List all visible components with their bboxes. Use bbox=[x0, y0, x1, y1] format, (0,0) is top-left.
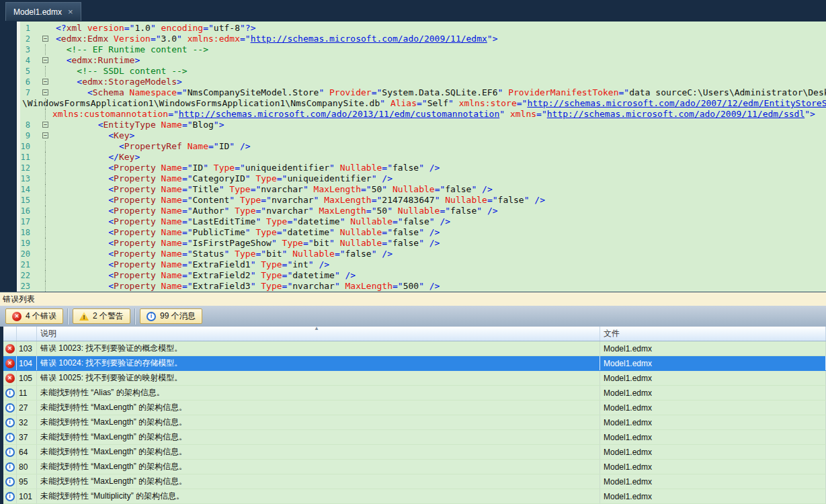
error-line-cell: 37 bbox=[17, 430, 37, 444]
collapse-minus-icon[interactable]: − bbox=[42, 132, 48, 138]
code-line[interactable]: 10 <PropertyRef Name="ID" /> bbox=[20, 141, 826, 152]
fold-toggle-icon[interactable]: − bbox=[42, 34, 50, 44]
code-text: <Key> bbox=[56, 130, 826, 141]
tab-close-icon[interactable]: × bbox=[68, 8, 73, 16]
line-number: 21 bbox=[20, 259, 30, 270]
fold-guide-line bbox=[42, 249, 50, 259]
collapse-minus-icon[interactable]: − bbox=[42, 79, 48, 85]
error-row[interactable]: i32未能找到特性 “MaxLength” 的架构信息。Model1.edmx bbox=[3, 415, 826, 430]
tab-model1-edmx[interactable]: Model1.edmx × bbox=[5, 2, 81, 21]
error-description-cell: 未能找到特性 “MaxLength” 的架构信息。 bbox=[37, 445, 600, 459]
code-line[interactable]: 19 <Property Name="IsFirstPageShow" Type… bbox=[20, 238, 826, 249]
error-file-cell: Model1.edmx bbox=[600, 445, 826, 459]
line-number: 5 bbox=[20, 66, 30, 77]
error-file-cell: Model1.edmx bbox=[600, 430, 826, 444]
fold-guide-line bbox=[42, 44, 50, 55]
error-icon: ✕ bbox=[5, 344, 15, 353]
code-line[interactable]: 11 </Key> bbox=[20, 152, 826, 163]
fold-toggle-icon[interactable]: − bbox=[42, 87, 50, 98]
code-text: <edmx:Edmx Version="3.0" xmlns:edmx="htt… bbox=[56, 34, 826, 44]
error-description-cell: 未能找到特性 “MaxLength” 的架构信息。 bbox=[37, 430, 600, 444]
fold-toggle-icon[interactable]: − bbox=[42, 77, 50, 87]
error-file-cell: Model1.edmx bbox=[600, 474, 826, 489]
code-text: <Property Name="Title" Type="nvarchar" M… bbox=[56, 184, 826, 195]
code-line[interactable]: 21 <Property Name="ExtraField1" Type="in… bbox=[20, 259, 826, 270]
fold-toggle-icon[interactable]: − bbox=[42, 130, 50, 141]
code-line[interactable]: 18 <Property Name="PublicTime" Type="dat… bbox=[20, 227, 826, 238]
collapse-minus-icon[interactable]: − bbox=[42, 89, 48, 95]
line-number: 13 bbox=[20, 173, 30, 184]
fold-guide-line bbox=[42, 173, 50, 184]
code-line[interactable]: 7− <Schema Namespace="NmsCompanySiteMode… bbox=[20, 87, 826, 98]
fold-toggle-icon[interactable]: − bbox=[42, 120, 50, 130]
error-row[interactable]: ✕104错误 10024: 找不到要验证的存储模型。Model1.edmx bbox=[3, 356, 826, 371]
code-line[interactable]: 4− <edmx:Runtime> bbox=[20, 55, 826, 66]
warnings-filter-button[interactable]: ! 2 个警告 bbox=[73, 308, 130, 324]
line-number: 3 bbox=[20, 44, 30, 55]
error-row[interactable]: i101未能找到特性 “Multiplicity” 的架构信息。Model1.e… bbox=[3, 489, 826, 504]
severity-cell: i bbox=[3, 474, 17, 489]
error-table-header: 说明 文件 ▲ bbox=[3, 327, 826, 341]
error-row[interactable]: ✕105错误 10025: 找不到要验证的映射模型。Model1.edmx bbox=[3, 371, 826, 386]
error-row[interactable]: i11未能找到特性 “Alias” 的架构信息。Model1.edmx bbox=[3, 386, 826, 401]
severity-cell: i bbox=[3, 489, 17, 503]
tab-title: Model1.edmx bbox=[13, 7, 62, 17]
info-icon: i bbox=[5, 418, 15, 427]
collapse-minus-icon[interactable]: − bbox=[42, 57, 48, 63]
collapse-minus-icon[interactable]: − bbox=[42, 36, 48, 42]
code-line[interactable]: 6− <edmx:StorageModels> bbox=[20, 77, 826, 87]
tab-bar: Model1.edmx × bbox=[0, 0, 826, 22]
fold-toggle-icon[interactable]: − bbox=[42, 55, 50, 66]
error-row[interactable]: i27未能找到特性 “MaxLength” 的架构信息。Model1.edmx bbox=[3, 401, 826, 415]
fold-guide-line bbox=[42, 216, 50, 227]
errors-filter-button[interactable]: ✕ 4 个错误 bbox=[5, 308, 63, 324]
code-text: <Property Name="Content" Type="nvarchar"… bbox=[56, 195, 826, 206]
severity-cell: ✕ bbox=[3, 341, 17, 355]
code-text: \WindowsFormsApplication1\WindowsFormsAp… bbox=[22, 98, 826, 109]
error-row[interactable]: i64未能找到特性 “MaxLength” 的架构信息。Model1.edmx bbox=[3, 445, 826, 460]
error-file-cell: Model1.edmx bbox=[600, 371, 826, 385]
error-line-cell: 95 bbox=[17, 474, 37, 489]
line-number: 14 bbox=[20, 184, 30, 195]
code-line[interactable]: 13 <Property Name="CategoryID" Type="uni… bbox=[20, 173, 826, 184]
code-line[interactable]: 9− <Key> bbox=[20, 130, 826, 141]
code-line[interactable]: 16 <Property Name="Author" Type="nvarcha… bbox=[20, 206, 826, 216]
code-line[interactable]: 8− <EntityType Name="Blog"> bbox=[20, 120, 826, 130]
code-line[interactable]: 12 <Property Name="ID" Type="uniqueident… bbox=[20, 163, 826, 173]
code-line[interactable]: 14 <Property Name="Title" Type="nvarchar… bbox=[20, 184, 826, 195]
header-file-column[interactable]: 文件 bbox=[600, 327, 826, 341]
warnings-filter-label: 2 个警告 bbox=[93, 310, 124, 322]
messages-filter-button[interactable]: i 99 个消息 bbox=[140, 308, 202, 324]
code-line[interactable]: 15 <Property Name="Content" Type="nvarch… bbox=[20, 195, 826, 206]
code-editor[interactable]: 1<?xml version="1.0" encoding="utf-8"?>2… bbox=[17, 22, 826, 292]
error-row[interactable]: ✕103错误 10023: 找不到要验证的概念模型。Model1.edmx bbox=[3, 341, 826, 356]
severity-cell: ✕ bbox=[3, 371, 17, 385]
code-line[interactable]: 17 <Property Name="LastEditTime" Type="d… bbox=[20, 216, 826, 227]
fold-guide-line bbox=[42, 109, 50, 120]
severity-cell: i bbox=[3, 386, 17, 400]
code-text: <Property Name="CategoryID" Type="unique… bbox=[56, 173, 826, 184]
code-text: <Property Name="ID" Type="uniqueidentifi… bbox=[56, 163, 826, 173]
error-description-cell: 错误 10024: 找不到要验证的存储模型。 bbox=[37, 356, 600, 370]
code-line[interactable]: xmlns:customannotation="http://schemas.m… bbox=[20, 109, 826, 120]
code-line[interactable]: 22 <Property Name="ExtraField2" Type="da… bbox=[20, 270, 826, 281]
code-line[interactable]: 3 <!-- EF Runtime content --> bbox=[20, 44, 826, 55]
code-line[interactable]: 23 <Property Name="ExtraField3" Type="nv… bbox=[20, 281, 826, 292]
code-line[interactable]: 2−<edmx:Edmx Version="3.0" xmlns:edmx="h… bbox=[20, 34, 826, 44]
error-description-cell: 未能找到特性 “MaxLength” 的架构信息。 bbox=[37, 474, 600, 489]
error-row[interactable]: i95未能找到特性 “MaxLength” 的架构信息。Model1.edmx bbox=[3, 474, 826, 489]
error-list-title: 错误列表 bbox=[0, 292, 826, 306]
fold-guide-line bbox=[42, 281, 50, 292]
error-row[interactable]: i37未能找到特性 “MaxLength” 的架构信息。Model1.edmx bbox=[3, 430, 826, 445]
code-line[interactable]: 20 <Property Name="Status" Type="bit" Nu… bbox=[20, 249, 826, 259]
code-line[interactable]: 1<?xml version="1.0" encoding="utf-8"?> bbox=[20, 23, 826, 34]
code-line[interactable]: 5 <!-- SSDL content --> bbox=[20, 66, 826, 77]
collapse-minus-icon[interactable]: − bbox=[42, 122, 48, 128]
severity-cell: i bbox=[3, 460, 17, 474]
info-icon: i bbox=[5, 492, 15, 501]
error-row[interactable]: i80未能找到特性 “MaxLength” 的架构信息。Model1.edmx bbox=[3, 460, 826, 474]
error-table: 说明 文件 ▲ ✕103错误 10023: 找不到要验证的概念模型。Model1… bbox=[0, 327, 826, 504]
toolbar-separator bbox=[67, 308, 69, 325]
severity-cell: ✕ bbox=[3, 356, 17, 370]
code-line[interactable]: \WindowsFormsApplication1\WindowsFormsAp… bbox=[20, 98, 826, 109]
